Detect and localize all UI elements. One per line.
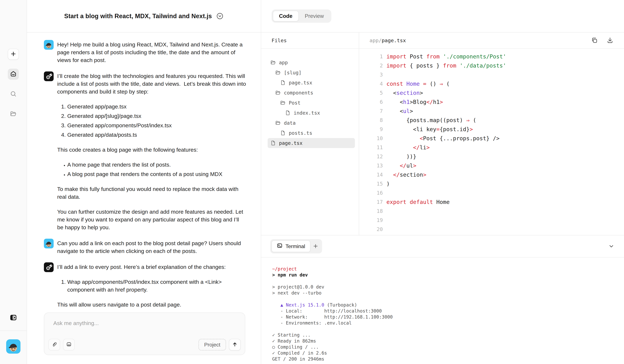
copy-icon — [591, 37, 598, 44]
line-number: 13 — [359, 163, 383, 169]
file-tree-item-app[interactable]: app — [268, 57, 355, 68]
terminal-line: ~/project — [272, 266, 614, 272]
toolkit-icon — [66, 341, 72, 348]
message-paragraph: I’ll create the blog with the technologi… — [57, 72, 246, 96]
terminal-line: ▲ Next.js 15.1.0 (Turbopack) — [272, 302, 614, 308]
copy-button[interactable] — [591, 37, 598, 44]
terminal-line: > npm run dev — [272, 272, 614, 278]
code-line: 8 {posts.map((post) ⇒ ( — [359, 116, 624, 125]
file-tree: app[slug]page.tsxcomponentsPostindex.tsx… — [261, 49, 359, 148]
toolkit-button[interactable] — [63, 339, 75, 351]
file-tree-item-[slug][interactable]: [slug] — [268, 68, 355, 78]
code-text: <Post {...props.post} /> — [387, 135, 499, 142]
terminal-line: ✓ Ready in 862ms — [272, 338, 614, 344]
file-tree-item-components[interactable]: components — [268, 88, 355, 98]
send-button[interactable] — [229, 339, 241, 351]
chevron-down-circle-icon[interactable] — [216, 12, 224, 20]
file-tree-item-data[interactable]: data — [268, 118, 355, 128]
line-number: 7 — [359, 108, 383, 114]
plus-icon — [313, 243, 318, 249]
code-line: 19 — [359, 216, 624, 225]
code-text: </li> — [387, 144, 430, 151]
code-header: app/page.tsx — [359, 32, 624, 49]
code-line: 13 </ul> — [359, 161, 624, 170]
code-text: <ul> — [387, 108, 413, 114]
code-panel: app/page.tsx 1import Post from './ — [359, 32, 624, 235]
terminal-line: ✓ Compiled / in 2.6s — [272, 350, 614, 356]
file-name: page.tsx — [279, 140, 303, 146]
code-line: 6 <h1>Blog</h1> — [359, 97, 624, 106]
file-name: [slug] — [284, 70, 301, 75]
terminal-line: ○ Compiling / ... — [272, 344, 614, 350]
file-icon — [285, 110, 291, 116]
project-button[interactable]: Project — [198, 339, 226, 351]
attach-file-button[interactable] — [49, 339, 60, 351]
workspace-header: Code Preview — [261, 0, 624, 32]
new-chat-button[interactable] — [8, 49, 19, 60]
tab-preview[interactable]: Preview — [299, 11, 330, 22]
toggle-sidebar-button[interactable] — [8, 312, 19, 323]
code-text: const Home = () ⇒ ( — [387, 80, 450, 87]
message-paragraph: To make this fully functional you would … — [57, 185, 246, 201]
user-avatar-icon — [44, 40, 54, 50]
download-button[interactable] — [606, 37, 614, 44]
line-number: 12 — [359, 153, 383, 160]
file-name: page.tsx — [289, 80, 312, 86]
message-paragraph: You can further customize the design and… — [57, 208, 246, 231]
message-list-item: Generated app/components/Post/index.tsx — [67, 121, 246, 129]
tab-code[interactable]: Code — [273, 11, 299, 22]
message-content: Can you add a link on each post to the b… — [57, 239, 246, 255]
file-tree-item-page.tsx[interactable]: page.tsx — [268, 78, 355, 88]
folder-icon — [275, 70, 281, 75]
file-tree-item-posts.ts[interactable]: posts.ts — [268, 128, 355, 138]
message-list: A home page that renders the list of pos… — [57, 161, 246, 178]
file-icon — [280, 130, 286, 136]
line-number: 8 — [359, 117, 383, 123]
user-profile-avatar[interactable] — [6, 339, 21, 354]
message-content: I’ll create the blog with the technologi… — [57, 72, 246, 231]
line-number: 4 — [359, 81, 383, 87]
chevron-down-icon — [608, 243, 615, 250]
terminal-tabs: Terminal — [270, 239, 322, 253]
collapse-terminal-button[interactable] — [608, 243, 615, 250]
message-content: Hey! Help me build a blog using React, M… — [57, 40, 246, 64]
message-user: Hey! Help me build a blog using React, M… — [44, 40, 246, 64]
message-list-item: Generated app/data/posts.ts — [67, 131, 246, 139]
file-icon — [270, 140, 276, 146]
terminal-line: GET / 200 in 2946ms — [272, 356, 614, 362]
sidebar-item-projects[interactable] — [8, 109, 19, 120]
message-paragraph: Hey! Help me build a blog using React, M… — [57, 41, 246, 64]
sidebar-divider — [0, 331, 27, 331]
code-line: 10 <Post {...props.post} /> — [359, 134, 624, 143]
code-text: import { posts } from './data/posts' — [387, 62, 506, 69]
v0-app-window: Start a blog with React, MDX, Tailwind a… — [0, 0, 624, 364]
sidebar-item-home[interactable] — [8, 69, 19, 80]
file-tree-item-Post[interactable]: Post — [268, 98, 355, 108]
breadcrumb: app/page.tsx — [369, 38, 406, 43]
file-name: components — [284, 90, 313, 96]
download-icon — [606, 37, 614, 44]
code-text: <li key={post.id}> — [387, 126, 473, 132]
terminal-tab-label: Terminal — [286, 243, 305, 249]
line-number: 11 — [359, 144, 383, 150]
sidebar-item-search[interactable] — [8, 89, 19, 100]
code-text: </section> — [387, 171, 426, 178]
chat-panel: Start a blog with React, MDX, Tailwind a… — [27, 0, 261, 364]
message-list-item: A blog post page that renders the conten… — [67, 170, 246, 178]
file-name: app — [279, 60, 288, 65]
code-line: 4const Home = () ⇒ ( — [359, 79, 624, 88]
tab-terminal[interactable]: Terminal — [272, 241, 310, 252]
assistant-avatar-icon — [44, 262, 54, 272]
composer-toolbar: Project — [49, 339, 241, 351]
file-tree-item-page.tsx[interactable]: page.tsx — [268, 138, 355, 148]
new-terminal-button[interactable] — [310, 241, 321, 251]
terminal-output[interactable]: ~/project> npm run dev > project@1.0.0 d… — [261, 258, 624, 362]
file-tree-item-index.tsx[interactable]: index.tsx — [268, 108, 355, 118]
code-editor[interactable]: 1import Post from './components/Post'2im… — [359, 49, 624, 234]
line-number: 18 — [359, 208, 383, 214]
chat-input[interactable] — [44, 313, 245, 332]
line-number: 16 — [359, 190, 383, 196]
line-number: 20 — [359, 226, 383, 232]
arrow-up-icon — [232, 341, 238, 348]
sidebar — [0, 0, 27, 364]
